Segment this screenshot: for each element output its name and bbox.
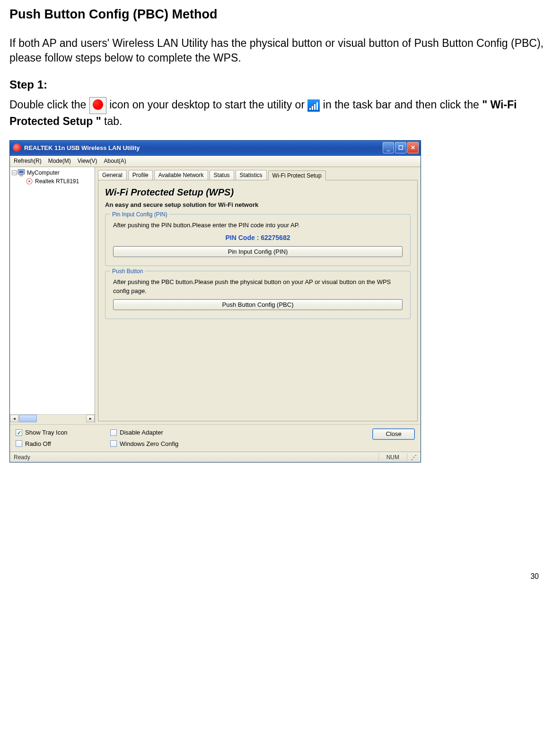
push-button-config-button[interactable]: Push Button Config (PBC) [113,299,403,311]
radio-off-label: Radio Off [25,440,51,448]
tab-strip: General Profile Available Network Status… [98,170,418,180]
utility-desktop-icon [89,97,106,114]
status-numlock: NUM [378,454,407,461]
menu-view[interactable]: View(V) [78,157,97,165]
tab-profile[interactable]: Profile [128,170,153,180]
checkbox-icon [110,429,117,436]
close-button[interactable]: Close [372,428,415,440]
pin-instruction-text: After pushing the PIN button.Please ente… [113,221,403,230]
tree-collapse-icon[interactable]: − [12,170,17,175]
checkbox-icon [110,440,117,447]
menubar: Refresh(R) Mode(M) View(V) About(A) [10,156,421,167]
tab-available-network[interactable]: Available Network [154,170,208,180]
computer-icon [18,169,26,177]
intro-paragraph: If both AP and users' Wireless LAN Utili… [9,36,544,65]
step-1-label: Step 1: [9,77,544,92]
step1-text-part2: icon on your desktop to start the utilit… [109,98,307,111]
pbc-groupbox-legend: Push Button [110,267,145,275]
show-tray-icon-checkbox[interactable]: ✓ Show Tray Icon [16,428,110,437]
tree-child-item[interactable]: Realtek RTL8191 [25,178,93,185]
bottom-options-bar: ✓ Show Tray Icon Radio Off Disable Adapt… [10,424,421,452]
window-minimize-button[interactable]: ‗ [383,142,394,153]
menu-refresh[interactable]: Refresh(R) [14,157,42,165]
statusbar: Ready NUM ⋰ [10,452,421,462]
wps-title: Wi-Fi Protected Setup (WPS) [105,186,411,199]
radio-off-checkbox[interactable]: Radio Off [16,440,110,448]
tab-general[interactable]: General [98,170,127,180]
utility-window: REALTEK 11n USB Wireless LAN Utility ‗ ☐… [9,140,421,462]
pin-code-label: PIN Code : 62275682 [113,233,403,242]
menu-mode[interactable]: Mode(M) [48,157,71,165]
pin-groupbox-legend: Pin Input Config (PIN) [110,211,169,218]
checkbox-icon: ✓ [16,429,22,436]
scroll-right-arrow-icon[interactable]: ▸ [86,415,95,422]
pbc-groupbox: Push Button After pushing the PBC button… [105,271,411,319]
windows-zero-config-label: Windows Zero Config [120,440,178,448]
window-close-button[interactable]: ✕ [407,142,419,153]
show-tray-icon-label: Show Tray Icon [25,428,68,437]
pin-groupbox: Pin Input Config (PIN) After pushing the… [105,214,411,267]
tree-root-item[interactable]: − MyComputer [12,169,93,177]
tab-statistics[interactable]: Statistics [236,170,267,180]
page-number: 30 [9,571,544,582]
resize-grip-icon[interactable]: ⋰ [407,454,417,461]
step1-text-part3: in the task bar and then click the [323,98,482,111]
status-ready: Ready [14,454,378,461]
menu-about[interactable]: About(A) [104,157,126,165]
windows-zero-config-checkbox[interactable]: Windows Zero Config [110,440,205,448]
step1-text-tail: tab. [104,115,122,127]
disable-adapter-label: Disable Adapter [120,428,163,437]
svg-rect-2 [20,175,23,176]
device-tree-sidebar: − MyComputer Realtek RTL8191 ◂ ▸ [10,167,95,423]
titlebar-app-icon [13,143,21,152]
tree-child-label: Realtek RTL8191 [35,178,79,185]
tab-status[interactable]: Status [210,170,234,180]
titlebar-text: REALTEK 11n USB Wireless LAN Utility [24,144,383,152]
disable-adapter-checkbox[interactable]: Disable Adapter [110,428,205,437]
pin-input-config-button[interactable]: Pin Input Config (PIN) [113,246,403,258]
tree-root-label: MyComputer [27,169,60,177]
svg-point-4 [28,180,30,182]
titlebar[interactable]: REALTEK 11n USB Wireless LAN Utility ‗ ☐… [10,141,421,156]
utility-tray-icon [307,99,320,112]
svg-rect-1 [19,170,24,173]
window-maximize-button[interactable]: ☐ [395,142,406,153]
tab-wifi-protect-setup[interactable]: Wi-Fi Protect Setup [268,170,326,180]
pbc-instruction-text: After pushing the PBC button.Please push… [113,278,403,295]
wps-subtitle: An easy and secure setup solution for Wi… [105,201,411,209]
adapter-icon [25,178,34,185]
step-1-text: Double click the icon on your desktop to… [9,97,544,129]
checkbox-icon [16,440,22,447]
scroll-left-arrow-icon[interactable]: ◂ [10,415,18,422]
tab-content: Wi-Fi Protected Setup (WPS) An easy and … [98,180,418,421]
scroll-thumb[interactable] [19,415,37,422]
section-heading: Push Button Config (PBC) Method [9,6,544,23]
sidebar-horizontal-scrollbar[interactable]: ◂ ▸ [10,414,95,423]
step1-text-part1: Double click the [9,98,89,111]
